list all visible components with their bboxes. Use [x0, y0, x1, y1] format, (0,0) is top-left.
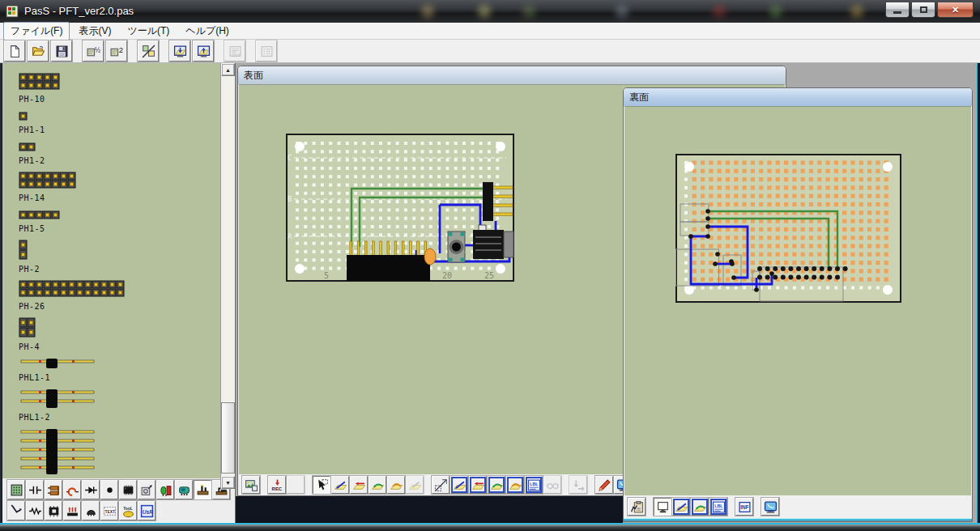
move-arrow-button	[569, 476, 587, 494]
pal-transistor-button[interactable]	[175, 480, 193, 499]
window-right-frame	[977, 63, 980, 523]
maximize-icon	[920, 6, 927, 13]
cut-wire-button[interactable]	[432, 476, 450, 494]
pal-cap-button[interactable]	[26, 480, 44, 499]
pal-ic-socket-button[interactable]	[45, 501, 62, 520]
close-button[interactable]: ✕	[937, 2, 974, 18]
wire-red-button[interactable]	[469, 476, 487, 494]
taskbar-blob	[850, 5, 863, 18]
component-PH1-2[interactable]: PH1-2	[19, 141, 220, 165]
board-hide-button[interactable]	[138, 40, 159, 62]
sidebar-scrollbar[interactable]: ▲ ▼	[220, 63, 234, 489]
minimize-icon	[893, 11, 901, 14]
component-PH-10[interactable]: PH-10	[19, 73, 220, 104]
view-back-button[interactable]	[193, 40, 214, 62]
select-arrow-button[interactable]	[313, 476, 330, 494]
wire-green-button[interactable]	[369, 476, 386, 494]
titlebar: PasS - PFT_ver2.0.pas ✕	[0, 0, 980, 23]
pal-led-button[interactable]	[156, 480, 174, 499]
pal-text-button[interactable]: TEXT	[100, 501, 118, 520]
pencil-button[interactable]	[595, 476, 613, 494]
component-PH-2[interactable]: PH-2	[19, 240, 220, 274]
pal-tool-button[interactable]: TooL	[119, 501, 137, 520]
pal-transistor3-button[interactable]	[82, 501, 100, 520]
svg-text:UsR: UsR	[142, 508, 152, 514]
pal-ecap2-button[interactable]	[63, 480, 81, 499]
back-board-canvas[interactable]	[624, 106, 971, 495]
close-icon: ✕	[952, 5, 959, 15]
pal-ic-button[interactable]	[119, 480, 137, 499]
component-PH-26[interactable]: PH-26	[19, 280, 220, 311]
wire-green-button[interactable]	[691, 498, 709, 516]
front-window-title: 表面	[244, 69, 263, 83]
svg-text:A: A	[288, 232, 292, 240]
scroll-up-button[interactable]: ▲	[221, 63, 235, 76]
wire-orange-button[interactable]	[387, 476, 405, 494]
maximize-button[interactable]	[911, 2, 935, 18]
board-half-button[interactable]: ½	[83, 40, 104, 62]
screen-button[interactable]	[654, 498, 671, 516]
folder-open-button[interactable]	[28, 40, 49, 62]
menu-item-0[interactable]: ファイル(F)	[3, 22, 70, 40]
paste-board-button[interactable]	[628, 498, 646, 516]
board-two-button[interactable]: 2	[106, 40, 127, 62]
app-icon	[6, 5, 19, 18]
inf-button[interactable]: INF	[735, 498, 753, 516]
component-label: PH-14	[19, 193, 220, 202]
menu-item-2[interactable]: ツール(T)	[120, 22, 177, 40]
minimize-button[interactable]	[885, 2, 910, 18]
scroll-down-button[interactable]: ▼	[221, 476, 235, 489]
taskbar-blob	[421, 5, 434, 18]
taskbar-blob	[713, 5, 726, 18]
scroll-thumb[interactable]	[221, 402, 235, 474]
component-PHL1-5[interactable]: PHL1-5	[19, 428, 220, 478]
potentiometer-component[interactable]	[448, 232, 465, 262]
pal-resistor-array-button[interactable]	[63, 501, 81, 520]
label-comment-button[interactable]: LBL	[525, 476, 543, 494]
pal-board-button[interactable]	[7, 480, 25, 499]
component-PH-14[interactable]: PH-14	[19, 172, 220, 202]
wire-green-button[interactable]	[488, 476, 505, 494]
label-comment-button[interactable]: LBL	[709, 498, 727, 516]
svg-text:REC: REC	[271, 486, 282, 491]
pal-resistor-button[interactable]	[26, 501, 44, 520]
pal-pin-vertical-button[interactable]	[194, 480, 211, 499]
view-front-button[interactable]	[169, 40, 190, 62]
pal-dot-button[interactable]	[100, 480, 118, 499]
svg-text:5: 5	[324, 271, 329, 280]
menu-item-1[interactable]: 表示(V)	[71, 22, 118, 40]
msg-report-button: MSG	[224, 40, 245, 62]
back-board[interactable]	[675, 154, 901, 303]
capacitor-component[interactable]	[424, 249, 436, 265]
image-copy-button[interactable]	[242, 476, 260, 494]
rec-button[interactable]: REC	[268, 476, 286, 494]
wire-orange-button[interactable]	[506, 476, 524, 494]
back-window-title: 裏面	[629, 91, 649, 104]
connector-component[interactable]	[347, 241, 430, 281]
component-PH1-1[interactable]: PH1-1	[19, 110, 220, 134]
wire-blue-button[interactable]	[450, 476, 468, 494]
doc-new-button[interactable]	[4, 40, 25, 62]
back-window-titlebar[interactable]: 裏面	[624, 88, 972, 106]
component-label: PH-26	[19, 302, 220, 311]
component-PHL1-2[interactable]: PHL1-2	[19, 389, 220, 422]
pal-ecap-button[interactable]	[45, 480, 62, 499]
floppy-save-button[interactable]	[51, 40, 72, 62]
menu-item-3[interactable]: ヘルプ(H)	[178, 22, 236, 40]
pal-bend-wire-button[interactable]	[7, 501, 25, 520]
pal-diode-button[interactable]	[82, 480, 100, 499]
svg-text:MSG: MSG	[232, 52, 240, 56]
wire-blue-button[interactable]	[672, 498, 690, 516]
svg-text:LBL: LBL	[530, 481, 539, 486]
wire-blue-button[interactable]	[331, 476, 349, 494]
component-PH1-5[interactable]: PH1-5	[19, 209, 220, 233]
wire-red-button[interactable]	[350, 476, 368, 494]
component-PH-4[interactable]: PH-4	[19, 317, 220, 351]
component-PHL1-1[interactable]: PHL1-1	[19, 358, 220, 382]
component-list-panel: PH-10PH1-1PH1-2PH-14PH1-5PH-2PH-26PH-4PH…	[2, 63, 220, 478]
pal-trim-button[interactable]	[138, 480, 156, 499]
front-board[interactable]: CBA52025	[286, 134, 514, 282]
monitor-button[interactable]	[761, 498, 779, 516]
pal-user-button[interactable]: UsR	[138, 501, 156, 520]
front-window-titlebar[interactable]: 表面	[238, 66, 786, 84]
